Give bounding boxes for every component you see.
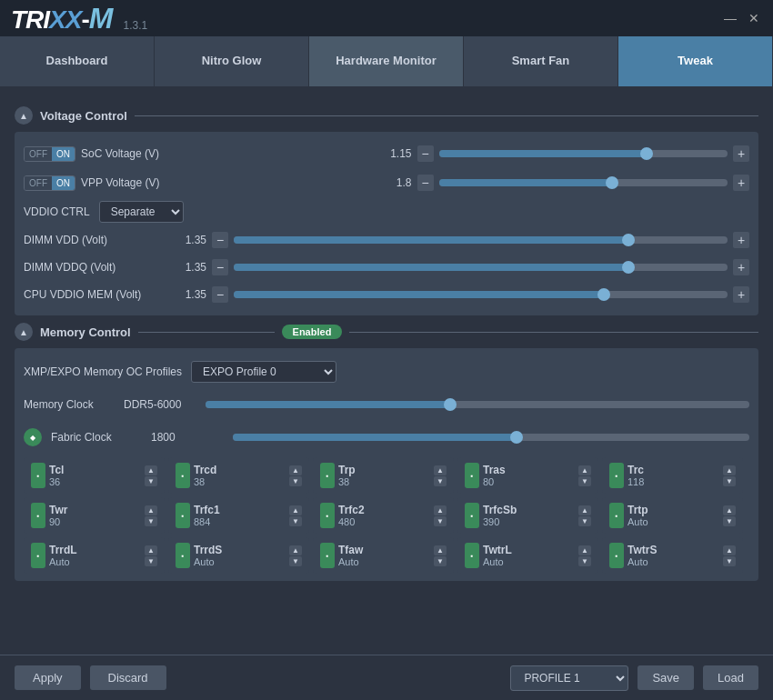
timing-cell-tras: ▪ Tras 80 ▲ ▼ [457,457,598,494]
dimm-vdd-slider[interactable] [234,236,728,244]
discard-button[interactable]: Discard [90,665,166,690]
timing-arrows-trrds: ▲ ▼ [289,545,302,566]
soc-decrease-button[interactable]: − [417,145,434,162]
timing-arrows-trc: ▲ ▼ [723,465,736,486]
timing-icon-trc: ▪ [609,463,624,488]
cpu-vddio-track [234,291,604,298]
tab-tweak[interactable]: Tweak [618,36,773,86]
twr-up[interactable]: ▲ [145,505,157,515]
dimm-vdd-label: DIMM VDD (Volt) [24,234,169,246]
twtrs-up[interactable]: ▲ [723,545,736,555]
vpp-decrease-button[interactable]: − [417,175,434,191]
timing-icon-trfc1: ▪ [176,503,190,528]
memory-control-toggle[interactable]: ▲ [15,323,33,341]
soc-voltage-row: OFF ON SoC Voltage (V) 1.15 − + [24,139,749,168]
tab-hardware-monitor[interactable]: Hardware Monitor [309,36,464,86]
trtp-up[interactable]: ▲ [723,505,736,515]
xmp-label: XMP/EXPO Memory OC Profiles [24,365,182,378]
vddio-select[interactable]: Separate Combined [99,201,184,223]
cpu-vddio-increase[interactable]: + [733,286,749,303]
dimm-vdd-row: DIMM VDD (Volt) 1.35 − + [24,226,749,254]
trp-down[interactable]: ▼ [434,476,447,486]
soc-increase-button[interactable]: + [733,145,749,162]
memory-clock-slider[interactable] [206,401,749,408]
dimm-vddq-label: DIMM VDDQ (Volt) [24,261,169,274]
timing-icon-trp: ▪ [320,463,335,488]
trrds-up[interactable]: ▲ [289,545,302,555]
tfaw-up[interactable]: ▲ [434,545,447,555]
dimm-vddq-increase[interactable]: + [733,259,749,275]
soc-slider[interactable] [439,150,728,157]
trc-up[interactable]: ▲ [723,465,736,475]
trfc1-down[interactable]: ▼ [289,516,302,526]
trcd-up[interactable]: ▲ [289,465,302,475]
twtrl-down[interactable]: ▼ [578,556,591,566]
logo-tri-text: TRI [11,5,49,34]
trcd-down[interactable]: ▼ [289,476,302,486]
load-button[interactable]: Load [703,665,758,690]
trrdl-down[interactable]: ▼ [145,556,157,566]
timing-content-tfaw: Tfaw Auto [338,544,430,567]
soc-slider-thumb [640,147,653,160]
window-controls: — ✕ [722,10,762,26]
dimm-vddq-decrease[interactable]: − [212,259,228,275]
trfcsb-up[interactable]: ▲ [578,505,591,515]
tab-smart-fan[interactable]: Smart Fan [464,36,618,86]
tab-nitro-glow[interactable]: Nitro Glow [155,36,309,86]
trfcsb-down[interactable]: ▼ [578,516,591,526]
dimm-vdd-increase[interactable]: + [733,232,749,248]
trp-up[interactable]: ▲ [434,465,447,475]
trrds-down[interactable]: ▼ [289,556,302,566]
save-button[interactable]: Save [637,665,694,690]
xmp-select[interactable]: EXPO Profile 0 EXPO Profile 1 XMP Profil… [191,361,336,383]
timing-content-trtp: Trtp Auto [627,504,719,527]
timing-arrows-twtrl: ▲ ▼ [578,545,591,566]
tfaw-down[interactable]: ▼ [434,556,447,566]
soc-toggle[interactable]: OFF ON [24,146,75,162]
timing-arrows-tcl: ▲ ▼ [145,465,157,486]
twtrs-down[interactable]: ▼ [723,556,736,566]
tab-dashboard[interactable]: Dashboard [0,36,155,86]
logo-dash: - [81,5,88,34]
apply-button[interactable]: Apply [15,665,81,690]
timing-arrows-trfc1: ▲ ▼ [289,505,302,526]
tras-down[interactable]: ▼ [578,476,591,486]
vpp-increase-button[interactable]: + [733,175,749,191]
memory-enabled-badge[interactable]: Enabled [282,325,343,339]
vpp-value: 1.8 [376,176,412,189]
timing-cell-tfaw: ▪ Tfaw Auto ▲ ▼ [313,537,454,574]
timing-icon-twr: ▪ [31,503,45,528]
tras-up[interactable]: ▲ [578,465,591,475]
cpu-vddio-decrease[interactable]: − [212,286,228,303]
close-button[interactable]: ✕ [746,10,762,26]
trfc1-up[interactable]: ▲ [289,505,302,515]
vpp-slider[interactable] [439,179,728,186]
profile-select[interactable]: PROFILE 1 PROFILE 2 PROFILE 3 [510,665,628,691]
timing-arrows-twtrs: ▲ ▼ [723,545,736,566]
bottom-bar: Apply Discard PROFILE 1 PROFILE 2 PROFIL… [0,655,773,700]
timing-icon-trrdl: ▪ [31,543,45,568]
trfc2-down[interactable]: ▼ [434,516,447,526]
minimize-button[interactable]: — [722,10,738,26]
tcl-down[interactable]: ▼ [145,476,157,486]
timing-cell-trrdl: ▪ TrrdL Auto ▲ ▼ [24,537,165,574]
voltage-control-header: ▲ Voltage Control [15,106,758,125]
trtp-down[interactable]: ▼ [723,516,736,526]
twr-down[interactable]: ▼ [145,516,157,526]
timing-cell-twtrl: ▪ TwtrL Auto ▲ ▼ [457,537,598,574]
fabric-clock-slider[interactable] [233,434,749,441]
xmp-row: XMP/EXPO Memory OC Profiles EXPO Profile… [24,355,749,388]
timing-icon-twtrs: ▪ [609,543,624,568]
titlebar: TRIXX-M 1.3.1 — ✕ [0,0,773,36]
cpu-vddio-slider[interactable] [234,291,728,298]
dimm-vddq-slider[interactable] [234,264,728,271]
vpp-toggle[interactable]: OFF ON [24,175,75,191]
tcl-up[interactable]: ▲ [145,465,157,475]
dimm-vddq-row: DIMM VDDQ (Volt) 1.35 − + [24,254,749,281]
twtrl-up[interactable]: ▲ [578,545,591,555]
dimm-vdd-decrease[interactable]: − [212,232,228,248]
voltage-control-toggle[interactable]: ▲ [15,106,33,125]
trc-down[interactable]: ▼ [723,476,736,486]
trrdl-up[interactable]: ▲ [145,545,157,555]
trfc2-up[interactable]: ▲ [434,505,447,515]
